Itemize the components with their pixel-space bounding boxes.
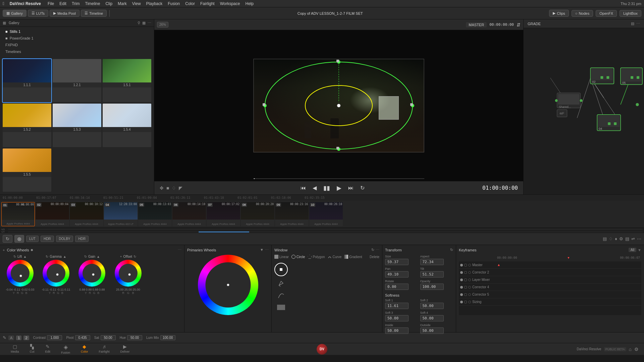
- timeline-clip-02[interactable]: 02 00:00:09:04 Apple ProRes 4444: [36, 202, 69, 226]
- panel-settings-icon[interactable]: ⚙: [619, 236, 623, 241]
- nodes-toolbar-icon1[interactable]: ▤: [631, 21, 634, 26]
- menu-trim[interactable]: Trim: [72, 1, 80, 6]
- menu-timeline[interactable]: Timeline: [85, 1, 100, 6]
- kf-master-track[interactable]: [497, 261, 640, 268]
- menu-view[interactable]: View: [132, 1, 141, 6]
- scopes-icon[interactable]: ▤: [603, 236, 607, 241]
- menu-help[interactable]: Help: [245, 1, 254, 6]
- window-rect-indicator[interactable]: [274, 302, 288, 312]
- kf-corrector4-track[interactable]: [497, 284, 640, 291]
- offset-expand-icon[interactable]: ↻: [133, 255, 136, 258]
- panel-more-icon[interactable]: ⋯: [637, 236, 641, 241]
- zoom-display[interactable]: 26%: [157, 22, 168, 27]
- window-curve-tool[interactable]: [274, 290, 288, 300]
- openfx-btn[interactable]: OpenFX: [596, 10, 617, 17]
- skip-forward-btn[interactable]: ⏭: [347, 184, 355, 192]
- window-delete-btn[interactable]: Delete: [370, 255, 379, 259]
- skip-back-start-btn[interactable]: ⏮: [299, 184, 307, 192]
- loop-btn[interactable]: ↻: [359, 183, 366, 192]
- bottom-nav-color[interactable]: ◆ Color: [75, 344, 94, 354]
- primaries-main-wheel[interactable]: [198, 255, 258, 315]
- menu-clip[interactable]: Clip: [105, 1, 112, 6]
- menu-fusion[interactable]: Fusion: [168, 1, 180, 6]
- menu-file[interactable]: File: [48, 1, 54, 6]
- controls-a-label[interactable]: A: [8, 336, 14, 340]
- panel-hdr-btn[interactable]: HDR: [41, 236, 54, 242]
- window-polygon-label[interactable]: Polygon: [313, 255, 325, 259]
- lift-wheel[interactable]: [7, 260, 34, 287]
- timeline-clip-09[interactable]: 09 00:00:23:16 Apple ProRes 4444: [275, 202, 309, 226]
- hue-value[interactable]: 50.00: [127, 335, 142, 340]
- clips-btn[interactable]: ▶ Clips: [549, 10, 569, 17]
- controls-2-label[interactable]: 2: [23, 336, 29, 340]
- gain-expand-icon[interactable]: ▲: [97, 255, 100, 258]
- soft4-input[interactable]: [420, 315, 444, 321]
- gallery-nav-fxphd[interactable]: FXPHD: [3, 42, 151, 48]
- timeline-clip-04[interactable]: 04 12:28:33:08 Apple ProRes 422 LT: [104, 202, 138, 226]
- tilt-input[interactable]: [420, 271, 444, 278]
- panel-hdr2-btn[interactable]: HDR: [75, 236, 89, 242]
- gallery-thumb-1-5-4[interactable]: 1.5.4: [103, 104, 151, 147]
- opacity-input[interactable]: [420, 284, 444, 290]
- timeline-clip-01[interactable]: 01 00:00:00:00 V1 Apple ProRes 4444: [1, 202, 35, 226]
- kf-corrector5-track[interactable]: [497, 291, 640, 298]
- offset-wheel[interactable]: [115, 260, 142, 287]
- offset-reset-icon[interactable]: +: [120, 255, 122, 258]
- pivot-value[interactable]: 0.435: [75, 335, 90, 340]
- stop-btn[interactable]: ▮▮: [322, 183, 331, 193]
- bottom-nav-media[interactable]: ▢ Media: [5, 344, 24, 354]
- gallery-thumb-1-5-2[interactable]: 1.5.2: [3, 104, 51, 147]
- kf-corrector2-track[interactable]: [497, 269, 640, 276]
- timeline-clip-03[interactable]: 03 00:00:10:12 Apple ProRes 4444: [70, 202, 103, 226]
- primaries-more-icon[interactable]: ⋯: [265, 248, 269, 252]
- timeline-clip-07[interactable]: 07 00:00:17:02 Apple ProRes 4444: [207, 202, 240, 226]
- nodes-btn[interactable]: ○ Nodes: [572, 10, 593, 17]
- gain-wheel[interactable]: [78, 260, 105, 287]
- panel-lut-btn[interactable]: LUT: [26, 236, 39, 242]
- kf-sizing-track[interactable]: [497, 298, 640, 305]
- lift-expand-icon[interactable]: ▲: [23, 255, 26, 258]
- bottom-nav-fusion[interactable]: ◈ Fusion: [56, 344, 75, 354]
- kf-c2-checkbox[interactable]: [464, 271, 467, 274]
- gamma-wheel[interactable]: [43, 260, 69, 287]
- soft2-input[interactable]: [420, 303, 444, 309]
- primaries-dropdown-icon[interactable]: ▼: [260, 248, 264, 252]
- size-input[interactable]: [385, 259, 409, 265]
- gallery-nav-stills1[interactable]: ■ Stills 1: [3, 28, 151, 35]
- sat-value[interactable]: 50.00: [101, 335, 116, 340]
- bottom-nav-deliver[interactable]: ▶ Deliver: [115, 344, 135, 354]
- bottom-nav-cut[interactable]: ▚ Cut: [24, 344, 40, 354]
- keyframes-all-btn[interactable]: All: [629, 248, 636, 252]
- controls-brush-icon[interactable]: ✎: [3, 335, 6, 340]
- timeline-clip-08[interactable]: 08 00:00:20:20 Apple ProRes 4444: [241, 202, 274, 226]
- lightbox-btn[interactable]: LightBox: [620, 10, 641, 17]
- window-pen-tool[interactable]: [274, 278, 288, 288]
- gamma-reset-icon[interactable]: ↻: [46, 255, 48, 258]
- gallery-thumb-1-1-1[interactable]: 1.1.1: [3, 59, 51, 102]
- window-shape-circle-indicator[interactable]: [274, 263, 288, 276]
- gain-reset-icon[interactable]: ↻: [84, 255, 87, 258]
- gallery-more-icon[interactable]: ⋯: [148, 21, 151, 25]
- soft1-input[interactable]: [385, 303, 409, 309]
- gallery-btn[interactable]: ▦ Gallery: [3, 10, 26, 17]
- step-back-btn[interactable]: ◀: [311, 183, 318, 192]
- outside-input[interactable]: [420, 327, 444, 334]
- inside-input[interactable]: [385, 327, 409, 334]
- nodes-toolbar-icon2[interactable]: ⋯: [636, 21, 640, 26]
- window-circle-label[interactable]: Circle: [297, 255, 305, 259]
- contrast-value[interactable]: 1.000: [47, 335, 62, 340]
- kf-lm-checkbox[interactable]: [464, 279, 467, 281]
- window-linear-label[interactable]: Linear: [279, 255, 289, 259]
- menu-edit[interactable]: Edit: [59, 1, 66, 6]
- transform-tool-icon[interactable]: ✥: [160, 185, 164, 191]
- cursor-icon[interactable]: ⇵: [517, 22, 521, 27]
- window-more-icon[interactable]: ⋯: [376, 248, 379, 252]
- bottom-home-icon[interactable]: ⌂: [629, 347, 632, 352]
- lummix-value[interactable]: 100.00: [160, 335, 175, 340]
- gallery-nav-timelines[interactable]: Timelines: [3, 48, 151, 55]
- timeline-btn[interactable]: ☰ Timeline: [81, 10, 107, 17]
- kf-master-checkbox[interactable]: [464, 264, 467, 266]
- pan-input[interactable]: [385, 271, 409, 278]
- window-reset-icon[interactable]: ↻: [371, 248, 374, 252]
- timeline-clip-10[interactable]: 10 00:00:26:10 Apple ProRes 4444: [309, 202, 343, 226]
